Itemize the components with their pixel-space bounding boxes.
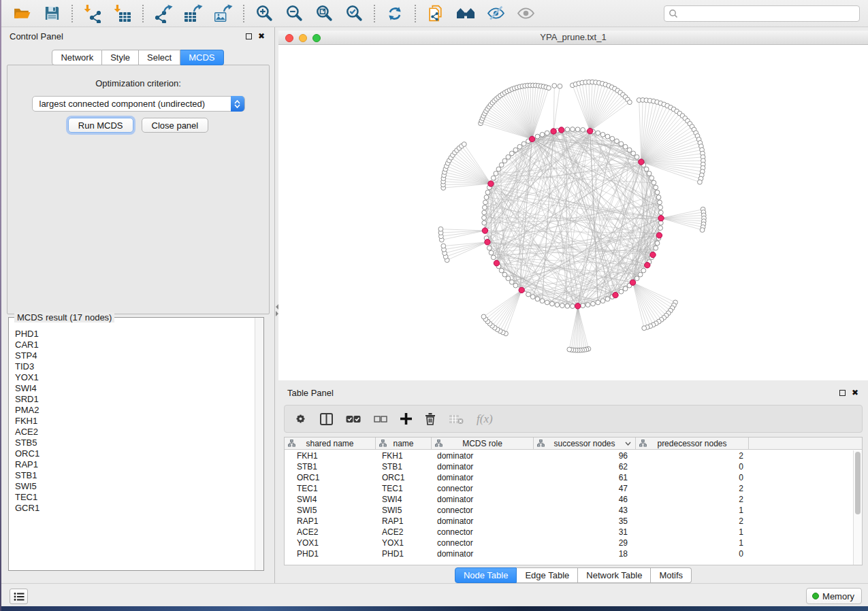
close-panel-icon[interactable]: ✖ [852, 389, 858, 397]
hide-selected-button[interactable] [483, 2, 508, 25]
export-network-button[interactable] [151, 2, 176, 25]
column-header-MCDS-role[interactable]: MCDS role [432, 437, 534, 449]
task-history-button[interactable] [10, 589, 28, 604]
tab-style[interactable]: Style [102, 50, 139, 65]
open-session-button[interactable] [10, 2, 34, 25]
table-row-ORC1[interactable]: ORC1ORC1dominator610 [285, 472, 853, 483]
close-window-button[interactable] [285, 34, 293, 42]
attribute-type-icon [379, 440, 387, 447]
show-all-button[interactable] [513, 2, 538, 25]
tab-select[interactable]: Select [139, 50, 180, 65]
cell-shared-name: ORC1 [285, 473, 376, 482]
refresh-button[interactable] [383, 2, 407, 25]
table-row-PHD1[interactable]: PHD1PHD1dominator180 [285, 548, 853, 559]
save-session-button[interactable] [39, 2, 64, 25]
delete-table-button[interactable] [449, 414, 464, 425]
tab-network[interactable]: Network [52, 50, 102, 65]
cell-predecessor-nodes: 1 [636, 527, 749, 537]
table-row-ACE2[interactable]: ACE2ACE2connector311 [285, 527, 853, 538]
mcds-result-item[interactable]: STB1 [15, 470, 255, 481]
close-panel-button[interactable]: Close panel [142, 118, 209, 133]
cell-name: TEC1 [376, 484, 432, 493]
export-network-icon [154, 4, 173, 23]
splitter-handle[interactable] [275, 303, 278, 318]
add-column-button[interactable] [400, 413, 412, 425]
mcds-tab-content: Optimization criterion: largest connecte… [7, 65, 270, 314]
mcds-result-item[interactable]: SWI5 [15, 481, 255, 492]
table-row-SWI5[interactable]: SWI5SWI5connector431 [285, 505, 853, 516]
export-table-button[interactable] [181, 2, 206, 25]
mcds-result-item[interactable]: RAP1 [15, 459, 255, 470]
cell-shared-name: RAP1 [285, 516, 376, 526]
maximize-window-button[interactable] [312, 34, 321, 42]
table-scrollbar-thumb[interactable] [855, 452, 861, 514]
import-table-button[interactable] [110, 2, 135, 25]
search-icon [669, 9, 678, 18]
zoom-selected-button[interactable] [342, 2, 366, 25]
deselect-all-button[interactable] [374, 414, 387, 424]
column-header-shared-name[interactable]: shared name [285, 437, 376, 449]
search-input[interactable] [678, 7, 859, 20]
optimization-criterion-label: Optimization criterion: [7, 78, 269, 88]
column-header-name[interactable]: name [376, 437, 432, 449]
cell-successor-nodes: 47 [534, 484, 636, 493]
float-panel-icon[interactable] [839, 390, 846, 396]
mcds-result-item[interactable]: ORC1 [15, 448, 255, 459]
search-field[interactable] [664, 5, 860, 22]
network-canvas[interactable] [278, 45, 868, 380]
table-settings-button[interactable] [294, 412, 307, 425]
cell-predecessor-nodes: 2 [636, 484, 749, 493]
show-all-eye-icon [517, 4, 535, 22]
table-row-SWI4[interactable]: SWI4SWI4dominator462 [285, 494, 853, 505]
mcds-result-box: MCDS result (17 nodes) PHD1CAR1STP4TID3Y… [8, 317, 264, 571]
zoom-out-button[interactable] [282, 2, 306, 25]
mcds-result-item[interactable]: GCR1 [15, 503, 255, 514]
table-row-RAP1[interactable]: RAP1RAP1dominator352 [285, 516, 853, 527]
mcds-result-item[interactable]: TEC1 [15, 492, 255, 503]
first-neighbors-button[interactable] [453, 2, 478, 25]
tab-node-table[interactable]: Node Table [455, 567, 517, 583]
network-window-titlebar: YPA_prune.txt_1 [278, 31, 868, 45]
run-mcds-button[interactable]: Run MCDS [68, 118, 133, 133]
column-header-predecessor-nodes[interactable]: predecessor nodes [636, 437, 749, 449]
mcds-result-scrollbar[interactable] [255, 318, 263, 570]
table-row-STB1[interactable]: STB1STB1dominator620 [285, 461, 853, 472]
select-all-button[interactable] [346, 414, 361, 424]
column-header-successor-nodes[interactable]: successor nodes [534, 437, 636, 449]
zoom-in-button[interactable] [252, 2, 276, 25]
mcds-result-item[interactable]: CAR1 [15, 340, 255, 350]
attribute-type-icon [435, 440, 443, 447]
table-row-FKH1[interactable]: FKH1FKH1dominator962 [285, 450, 853, 461]
mcds-result-item[interactable]: SWI4 [15, 383, 255, 394]
tab-edge-table[interactable]: Edge Table [517, 567, 578, 583]
cell-successor-nodes: 35 [534, 516, 636, 526]
table-row-YOX1[interactable]: YOX1YOX1connector291 [285, 538, 853, 548]
minimize-window-button[interactable] [299, 34, 307, 42]
tab-motifs[interactable]: Motifs [651, 567, 692, 583]
mcds-result-item[interactable]: SRD1 [15, 394, 255, 405]
mcds-result-item[interactable]: ACE2 [15, 427, 255, 437]
import-network-button[interactable] [80, 2, 105, 25]
memory-button[interactable]: Memory [806, 588, 862, 604]
delete-column-button[interactable] [425, 412, 436, 425]
mcds-result-item[interactable]: PHD1 [15, 329, 255, 340]
cell-name: FKH1 [376, 451, 432, 461]
float-panel-icon[interactable] [246, 33, 252, 39]
mcds-result-item[interactable]: TID3 [15, 361, 255, 372]
mcds-result-item[interactable]: FKH1 [15, 416, 255, 427]
mcds-result-item[interactable]: STP4 [15, 350, 255, 361]
table-scrollbar[interactable] [853, 450, 862, 565]
export-image-button[interactable] [211, 2, 236, 25]
table-row-TEC1[interactable]: TEC1TEC1connector472 [285, 483, 853, 494]
mcds-result-item[interactable]: YOX1 [15, 372, 255, 383]
mcds-result-item[interactable]: PMA2 [15, 405, 255, 416]
tab-network-table[interactable]: Network Table [578, 567, 651, 583]
new-network-from-selection-button[interactable] [423, 2, 448, 25]
zoom-fit-button[interactable] [312, 2, 336, 25]
show-columns-button[interactable] [320, 413, 333, 425]
tab-mcds[interactable]: MCDS [180, 50, 223, 65]
mcds-result-item[interactable]: STB5 [15, 437, 255, 448]
close-panel-icon[interactable]: ✖ [258, 32, 265, 40]
optimization-criterion-select[interactable]: largest connected component (undirected) [32, 96, 245, 112]
function-builder-button[interactable]: f(x) [477, 412, 493, 426]
